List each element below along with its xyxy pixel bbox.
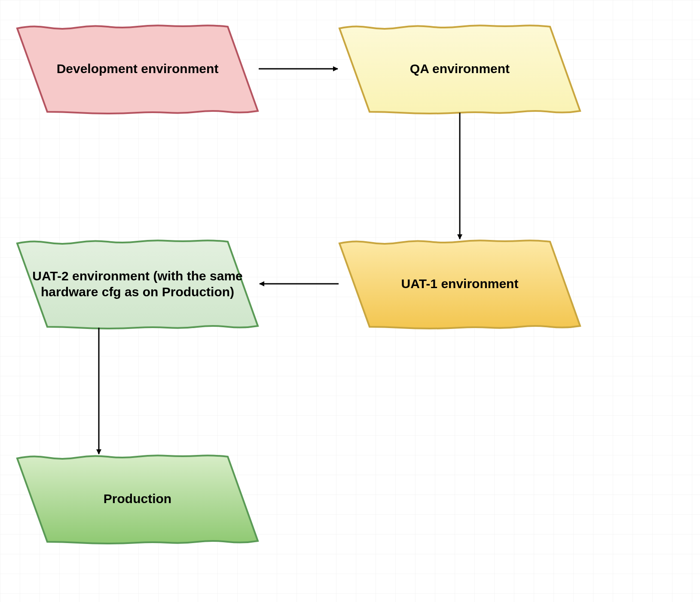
node-dev: Development environment (17, 26, 258, 112)
node-uat2: UAT-2 environment (with the same hardwar… (17, 241, 258, 327)
node-qa: QA environment (339, 26, 580, 112)
node-dev-label: Development environment (57, 61, 219, 77)
node-qa-label: QA environment (410, 61, 510, 77)
node-prod-label: Production (104, 491, 171, 507)
node-prod: Production (17, 456, 258, 542)
node-uat1: UAT-1 environment (339, 241, 580, 327)
node-uat2-label: UAT-2 environment (with the same hardwar… (28, 268, 248, 300)
node-uat1-label: UAT-1 environment (401, 276, 519, 292)
